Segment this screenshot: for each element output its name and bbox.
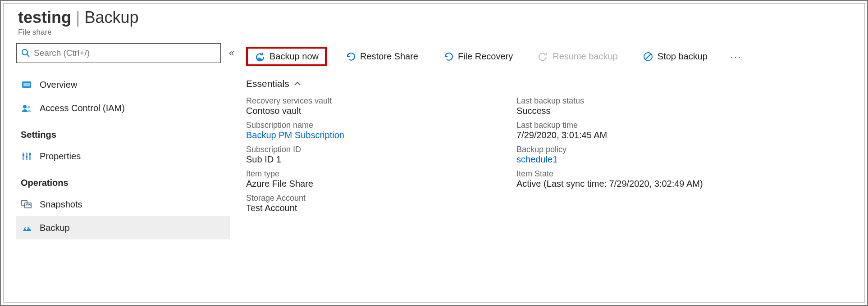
field-label: Item type <box>246 169 516 179</box>
essentials-left: Recovery services vault Contoso vault Su… <box>246 96 516 218</box>
resource-name: testing <box>18 8 71 27</box>
title-separator: | <box>76 8 80 27</box>
sidebar-section-settings: Settings <box>16 120 230 144</box>
essentials-panel: Recovery services vault Contoso vault Su… <box>238 94 864 218</box>
sidebar-item-overview[interactable]: Overview <box>16 73 230 96</box>
command-bar: Backup now Restore Share File Recovery <box>238 43 864 70</box>
backup-now-button[interactable]: Backup now <box>246 47 327 66</box>
resume-backup-button: Resume backup <box>532 49 624 64</box>
sidebar: « Overview Access Control (IAM) Settings <box>4 43 238 297</box>
access-control-icon <box>21 104 32 112</box>
search-input[interactable] <box>34 48 216 58</box>
sidebar-item-label: Properties <box>40 151 81 162</box>
sidebar-item-label: Backup <box>40 223 70 233</box>
field-value-last-backup-status: Success <box>516 106 864 116</box>
field-label: Subscription ID <box>246 145 516 154</box>
essentials-right: Last backup status Success Last backup t… <box>516 96 864 218</box>
sidebar-section-operations: Operations <box>16 168 230 193</box>
field-value-subscription-id: Sub ID 1 <box>246 154 516 165</box>
chevron-up-icon <box>294 81 301 86</box>
field-label: Backup policy <box>516 145 864 154</box>
svg-line-15 <box>645 54 651 59</box>
field-value-last-backup-time: 7/29/2020, 3:01:45 AM <box>516 130 864 140</box>
svg-rect-6 <box>23 153 24 160</box>
svg-rect-11 <box>29 153 31 155</box>
field-label: Recovery services vault <box>246 96 516 106</box>
sidebar-item-backup[interactable]: Backup <box>16 216 230 239</box>
file-recovery-button[interactable]: File Recovery <box>437 49 519 64</box>
field-label: Subscription name <box>246 121 516 130</box>
essentials-toggle[interactable]: Essentials <box>238 70 864 94</box>
main-content: Backup now Restore Share File Recovery <box>238 43 864 297</box>
essentials-label: Essentials <box>246 78 289 89</box>
svg-point-4 <box>23 105 27 108</box>
backup-icon <box>21 223 32 232</box>
overview-icon <box>21 80 32 89</box>
sidebar-item-properties[interactable]: Properties <box>16 144 230 168</box>
svg-point-5 <box>27 106 30 108</box>
svg-rect-3 <box>23 83 30 86</box>
snapshots-icon <box>21 200 32 209</box>
field-value-storage-account: Test Account <box>246 203 516 213</box>
svg-rect-9 <box>23 154 24 156</box>
search-input-wrapper[interactable] <box>16 43 221 63</box>
page-name: Backup <box>84 8 138 27</box>
toolbar-label: Backup now <box>270 51 319 62</box>
backup-policy-link[interactable]: schedule1 <box>516 154 557 164</box>
toolbar-label: Restore Share <box>360 51 418 62</box>
search-icon <box>21 49 30 58</box>
sidebar-item-label: Access Control (IAM) <box>40 103 125 113</box>
page-header: testing | Backup File share <box>4 4 864 37</box>
stop-backup-button[interactable]: Stop backup <box>637 49 714 64</box>
page-subtitle: File share <box>18 28 850 37</box>
sidebar-item-access-control[interactable]: Access Control (IAM) <box>16 96 230 120</box>
svg-line-1 <box>27 54 29 57</box>
file-recovery-icon <box>443 52 453 62</box>
field-label: Storage Account <box>246 194 516 203</box>
properties-icon <box>21 152 32 161</box>
resume-backup-icon <box>538 52 548 62</box>
more-commands-button[interactable]: ··· <box>726 50 745 63</box>
field-label: Last backup status <box>516 96 864 106</box>
sidebar-item-label: Overview <box>40 80 77 90</box>
collapse-sidebar-button[interactable]: « <box>229 47 230 59</box>
sidebar-item-snapshots[interactable]: Snapshots <box>16 193 230 216</box>
field-value-recovery-vault: Contoso vault <box>246 106 516 116</box>
svg-rect-10 <box>26 156 27 158</box>
field-value-item-state: Active (Last sync time: 7/29/2020, 3:02:… <box>516 179 864 189</box>
field-value-item-type: Azure File Share <box>246 179 516 189</box>
stop-backup-icon <box>643 52 653 62</box>
page-title: testing | Backup <box>18 8 850 27</box>
sidebar-item-label: Snapshots <box>40 199 82 210</box>
svg-point-0 <box>22 50 27 55</box>
field-label: Item State <box>516 169 864 179</box>
toolbar-label: File Recovery <box>458 51 513 62</box>
backup-now-icon <box>254 52 265 62</box>
restore-icon <box>346 52 356 62</box>
restore-share-button[interactable]: Restore Share <box>339 49 425 64</box>
toolbar-label: Resume backup <box>553 51 618 62</box>
toolbar-label: Stop backup <box>658 51 708 62</box>
field-label: Last backup time <box>516 121 864 130</box>
subscription-link[interactable]: Backup PM Subscription <box>246 130 344 140</box>
